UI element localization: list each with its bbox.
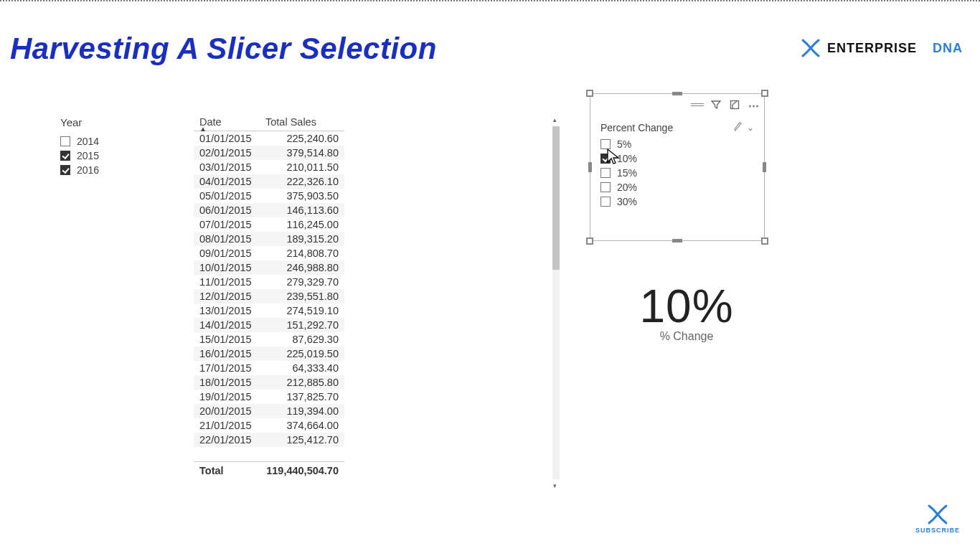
cell-total: 146,113.60: [260, 203, 344, 217]
checkbox-icon[interactable]: [60, 136, 70, 146]
percent-change-slicer[interactable]: ⋯ Percent Change ⌄ 5%10%15%20%30%: [590, 93, 765, 241]
checkbox-icon[interactable]: [600, 139, 611, 149]
table-row[interactable]: 15/01/201587,629.30: [194, 332, 344, 347]
more-options-icon[interactable]: ⋯: [747, 98, 760, 111]
drag-handle-icon[interactable]: [691, 98, 704, 111]
pct-slicer-item[interactable]: 30%: [600, 194, 754, 209]
resize-handle[interactable]: [672, 92, 682, 95]
sort-asc-icon: ▲: [199, 125, 207, 133]
cell-total: 222,326.10: [260, 174, 344, 189]
pct-slicer-item[interactable]: 15%: [600, 166, 754, 180]
table-row[interactable]: 13/01/2015274,519.10: [194, 303, 344, 318]
subscribe-label: SUBSCRIBE: [915, 527, 960, 534]
scroll-down-icon[interactable]: ▾: [553, 482, 557, 489]
clear-selection-icon[interactable]: [733, 121, 743, 134]
cell-date: 01/01/2015: [194, 131, 260, 146]
brand-text-1: ENTERPRISE: [827, 41, 917, 56]
table-row[interactable]: 04/01/2015222,326.10: [194, 174, 344, 189]
cell-date: 04/01/2015: [194, 174, 260, 189]
pct-slicer-label: 5%: [617, 138, 631, 150]
pct-slicer-item[interactable]: 10%: [600, 151, 754, 166]
table-row[interactable]: 12/01/2015239,551.80: [194, 289, 344, 303]
resize-handle[interactable]: [761, 90, 768, 97]
table-row[interactable]: 02/01/2015379,514.80: [194, 146, 344, 160]
cell-date: 19/01/2015: [194, 390, 260, 404]
checkbox-icon[interactable]: [600, 168, 611, 178]
filter-icon[interactable]: [710, 98, 722, 111]
cell-total: 137,825.70: [260, 390, 344, 404]
brand-logo: ENTERPRISE DNA: [800, 39, 963, 57]
year-slicer-item[interactable]: 2016: [60, 163, 161, 177]
cell-total: 379,514.80: [260, 146, 344, 160]
table-row[interactable]: 11/01/2015279,329.70: [194, 275, 344, 289]
resize-handle[interactable]: [763, 162, 766, 172]
focus-mode-icon[interactable]: [728, 98, 741, 111]
table-row[interactable]: 01/01/2015225,240.60: [194, 131, 344, 146]
checkbox-icon[interactable]: [600, 197, 611, 207]
table-row[interactable]: 22/01/2015125,412.70: [194, 433, 344, 447]
year-slicer: Year 201420152016: [60, 116, 161, 177]
visual-toolbar: ⋯: [691, 98, 760, 111]
scroll-up-icon[interactable]: ▴: [553, 116, 557, 123]
col-header-date[interactable]: Date ▲: [194, 115, 260, 131]
table-row[interactable]: 08/01/2015189,315.20: [194, 232, 344, 246]
resize-handle[interactable]: [761, 237, 768, 245]
scroll-thumb[interactable]: [552, 126, 560, 270]
svg-rect-0: [731, 101, 739, 109]
cell-total: 212,885.80: [260, 375, 344, 390]
checkbox-icon[interactable]: [600, 182, 611, 192]
cell-date: 20/01/2015: [194, 404, 260, 418]
resize-handle[interactable]: [588, 162, 592, 172]
year-slicer-header: Year: [60, 116, 161, 128]
checkbox-icon[interactable]: [60, 151, 70, 161]
table-row[interactable]: 03/01/2015210,011.50: [194, 160, 344, 174]
table-scrollbar[interactable]: ▴ ▾: [552, 126, 560, 479]
table-row[interactable]: 10/01/2015246,988.80: [194, 260, 344, 275]
checkbox-icon[interactable]: [600, 154, 611, 164]
resize-handle[interactable]: [672, 239, 682, 242]
page-title: Harvesting A Slicer Selection: [10, 32, 437, 66]
table-row[interactable]: 14/01/2015151,292.70: [194, 318, 344, 332]
cell-total: 375,903.50: [260, 189, 344, 203]
decorative-divider: [0, 0, 980, 2]
table-row[interactable]: 17/01/201564,333.40: [194, 361, 344, 375]
cell-date: 22/01/2015: [194, 433, 260, 447]
resize-handle[interactable]: [586, 237, 593, 245]
year-slicer-item[interactable]: 2014: [60, 134, 161, 149]
cell-total: 246,988.80: [260, 260, 344, 275]
cell-total: 87,629.30: [260, 332, 344, 347]
year-slicer-item[interactable]: 2015: [60, 149, 161, 163]
cell-date: 11/01/2015: [194, 275, 260, 289]
cell-total: 274,519.10: [260, 303, 344, 318]
pct-slicer-header: Percent Change: [600, 122, 673, 133]
cell-date: 15/01/2015: [194, 332, 260, 347]
brand-text-2: DNA: [933, 41, 963, 56]
table-row[interactable]: 06/01/2015146,113.60: [194, 203, 344, 217]
table-row[interactable]: 09/01/2015214,808.70: [194, 246, 344, 260]
sales-table-visual: Date ▲ Total Sales 01/01/2015225,240.600…: [194, 115, 560, 495]
subscribe-badge[interactable]: SUBSCRIBE: [915, 504, 960, 534]
checkbox-icon[interactable]: [60, 165, 70, 175]
card-value: 10%: [590, 280, 783, 333]
cell-total: 125,412.70: [260, 433, 344, 447]
year-slicer-label: 2014: [77, 136, 99, 147]
cell-date: 10/01/2015: [194, 260, 260, 275]
table-row[interactable]: 20/01/2015119,394.00: [194, 404, 344, 418]
table-row[interactable]: 21/01/2015374,664.00: [194, 418, 344, 433]
cell-date: 07/01/2015: [194, 217, 260, 232]
percent-change-card: 10% % Change: [590, 280, 783, 343]
cell-total: 279,329.70: [260, 275, 344, 289]
cell-total: 374,664.00: [260, 418, 344, 433]
pct-slicer-label: 15%: [617, 167, 637, 179]
table-row[interactable]: 16/01/2015225,019.50: [194, 347, 344, 361]
table-row[interactable]: 05/01/2015375,903.50: [194, 189, 344, 203]
pct-slicer-item[interactable]: 20%: [600, 180, 754, 194]
col-header-total[interactable]: Total Sales: [260, 115, 344, 131]
chevron-down-icon[interactable]: ⌄: [747, 123, 754, 133]
table-row[interactable]: 19/01/2015137,825.70: [194, 390, 344, 404]
table-row[interactable]: 07/01/2015116,245.00: [194, 217, 344, 232]
pct-slicer-item[interactable]: 5%: [600, 137, 754, 151]
resize-handle[interactable]: [586, 90, 593, 97]
cell-date: 06/01/2015: [194, 203, 260, 217]
table-row[interactable]: 18/01/2015212,885.80: [194, 375, 344, 390]
